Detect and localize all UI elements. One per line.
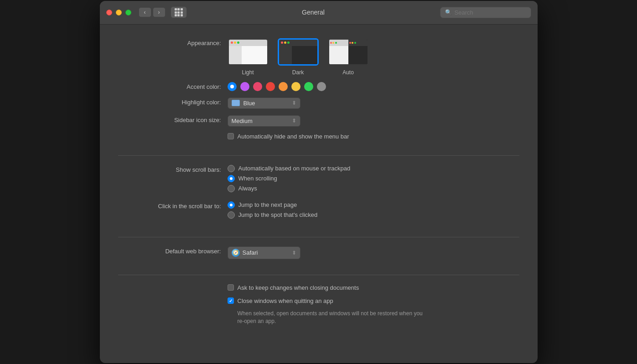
scroll-bars-section: Show scroll bars: Automatically based on… (118, 165, 519, 237)
accent-color-row: Accent color: (118, 82, 519, 91)
accent-green[interactable] (304, 82, 313, 91)
auto-hide-menu-bar-checkbox[interactable] (228, 133, 234, 139)
accent-purple[interactable] (240, 82, 249, 91)
scroll-when-scrolling-row[interactable]: When scrolling (228, 175, 351, 182)
appearance-light-label: Light (242, 69, 254, 76)
ask-keep-changes-checkbox-row[interactable]: Ask to keep changes when closing documen… (228, 284, 359, 291)
close-windows-checkbox[interactable] (228, 297, 234, 304)
chevron-updown-icon-3: ⬍ (292, 250, 296, 256)
spot-clicked-label: Jump to the spot that's clicked (238, 211, 318, 218)
grid-icon (175, 8, 183, 16)
click-scroll-bar-label: Click in the scroll bar to: (118, 201, 228, 210)
next-page-row[interactable]: Jump to the next page (228, 201, 318, 209)
accent-pink[interactable] (253, 82, 262, 91)
appearance-label: Appearance: (118, 38, 228, 47)
accent-graphite[interactable] (317, 82, 326, 91)
accent-colors-group (228, 82, 326, 91)
click-scroll-bar-row: Click in the scroll bar to: Jump to the … (118, 201, 519, 221)
nav-buttons: ‹ › (139, 7, 166, 17)
spot-clicked-row[interactable]: Jump to the spot that's clicked (228, 211, 318, 219)
close-windows-label: Close windows when quitting an app (238, 297, 333, 304)
scroll-when-scrolling-label: When scrolling (238, 175, 277, 182)
accent-blue[interactable] (228, 82, 237, 91)
appearance-dark[interactable]: Dark (278, 38, 319, 76)
scroll-when-scrolling-radio[interactable] (228, 175, 235, 182)
default-web-browser-label: Default web browser: (118, 246, 228, 256)
forward-button[interactable]: › (153, 7, 166, 17)
sidebar-icon-size-label: Sidebar icon size: (118, 115, 228, 124)
accent-red[interactable] (266, 82, 275, 91)
minimize-button[interactable] (116, 10, 122, 15)
scroll-always-label: Always (238, 185, 257, 192)
ask-keep-spacer (118, 284, 228, 285)
default-web-browser-options: 🧭 Safari ⬍ (228, 246, 519, 259)
highlight-color-row: Highlight color: Blue ⬍ (118, 97, 519, 109)
auto-hide-spacer (118, 133, 228, 134)
browser-dropdown-content: 🧭 Safari (232, 249, 258, 257)
click-scroll-bar-radio-group: Jump to the next page Jump to the spot t… (228, 201, 318, 221)
safari-icon: 🧭 (232, 249, 240, 257)
auto-hide-menu-bar-checkbox-row[interactable]: Automatically hide and show the menu bar (228, 133, 349, 140)
chevron-updown-icon-2: ⬍ (292, 118, 296, 124)
accent-orange[interactable] (279, 82, 288, 91)
show-scroll-bars-row: Show scroll bars: Automatically based on… (118, 165, 519, 195)
highlight-color-dropdown[interactable]: Blue ⬍ (228, 97, 300, 109)
preferences-window: ‹ › General 🔍 Appearance: (100, 1, 538, 364)
sidebar-icon-size-dropdown[interactable]: Medium ⬍ (228, 115, 300, 127)
appearance-auto[interactable]: Auto (328, 38, 369, 76)
default-web-browser-row: Default web browser: 🧭 Safari ⬍ (118, 246, 519, 259)
appearance-row: Appearance: (118, 38, 519, 76)
close-windows-checkbox-row[interactable]: Close windows when quitting an app (228, 297, 333, 304)
click-scroll-bar-options: Jump to the next page Jump to the spot t… (228, 201, 519, 221)
scroll-auto-label: Automatically based on mouse or trackpad (238, 165, 351, 172)
appearance-auto-label: Auto (342, 69, 354, 76)
scroll-always-row[interactable]: Always (228, 185, 351, 192)
ask-keep-content: Ask to keep changes when closing documen… (228, 284, 519, 291)
back-button[interactable]: ‹ (139, 7, 151, 17)
appearance-options: Light (228, 38, 519, 76)
auto-hide-menu-bar-row: Automatically hide and show the menu bar (118, 133, 519, 140)
browser-value: Safari (243, 249, 258, 256)
titlebar: ‹ › General 🔍 (100, 1, 538, 25)
next-page-radio[interactable] (228, 201, 235, 209)
appearance-dark-label: Dark (292, 69, 304, 76)
ask-keep-changes-checkbox[interactable] (228, 284, 234, 291)
ask-keep-changes-label: Ask to keep changes when closing documen… (238, 284, 359, 291)
next-page-label: Jump to the next page (238, 201, 297, 208)
close-windows-spacer (118, 297, 228, 298)
documents-section: Ask to keep changes when closing documen… (118, 284, 519, 341)
scroll-always-radio[interactable] (228, 185, 235, 192)
highlight-color-options: Blue ⬍ (228, 97, 519, 109)
content-area: Appearance: (100, 25, 538, 364)
close-button[interactable] (106, 10, 112, 15)
grid-view-button[interactable] (171, 6, 187, 18)
sidebar-icon-size-value: Medium (232, 118, 253, 124)
web-browser-section: Default web browser: 🧭 Safari ⬍ (118, 246, 519, 275)
highlight-color-swatch (232, 100, 240, 106)
search-input[interactable] (455, 9, 518, 16)
sidebar-icon-size-options: Medium ⬍ (228, 115, 519, 127)
highlight-color-value: Blue (243, 100, 255, 107)
default-web-browser-dropdown[interactable]: 🧭 Safari ⬍ (228, 246, 300, 259)
scroll-auto-row[interactable]: Automatically based on mouse or trackpad (228, 165, 351, 172)
search-icon: 🔍 (445, 9, 452, 15)
auto-hide-menu-bar-label: Automatically hide and show the menu bar (238, 133, 349, 140)
sidebar-icon-size-row: Sidebar icon size: Medium ⬍ (118, 115, 519, 127)
accent-color-label: Accent color: (118, 82, 228, 91)
spot-clicked-radio[interactable] (228, 211, 235, 219)
scroll-auto-radio[interactable] (228, 165, 235, 172)
zoom-button[interactable] (125, 10, 131, 15)
show-scroll-bars-label: Show scroll bars: (118, 165, 228, 174)
appearance-light[interactable]: Light (228, 38, 269, 76)
accent-yellow[interactable] (291, 82, 300, 91)
auto-hide-content: Automatically hide and show the menu bar (228, 133, 519, 140)
appearance-section: Appearance: (118, 38, 519, 156)
appearance-light-thumb (228, 38, 269, 66)
appearance-dark-thumb (278, 38, 319, 66)
scroll-bars-radio-group: Automatically based on mouse or trackpad… (228, 165, 351, 195)
appearance-auto-thumb (328, 38, 369, 66)
accent-color-options (228, 82, 519, 91)
ask-keep-changes-row: Ask to keep changes when closing documen… (118, 284, 519, 291)
search-bar[interactable]: 🔍 (440, 7, 531, 18)
appearance-options-group: Light (228, 38, 369, 76)
